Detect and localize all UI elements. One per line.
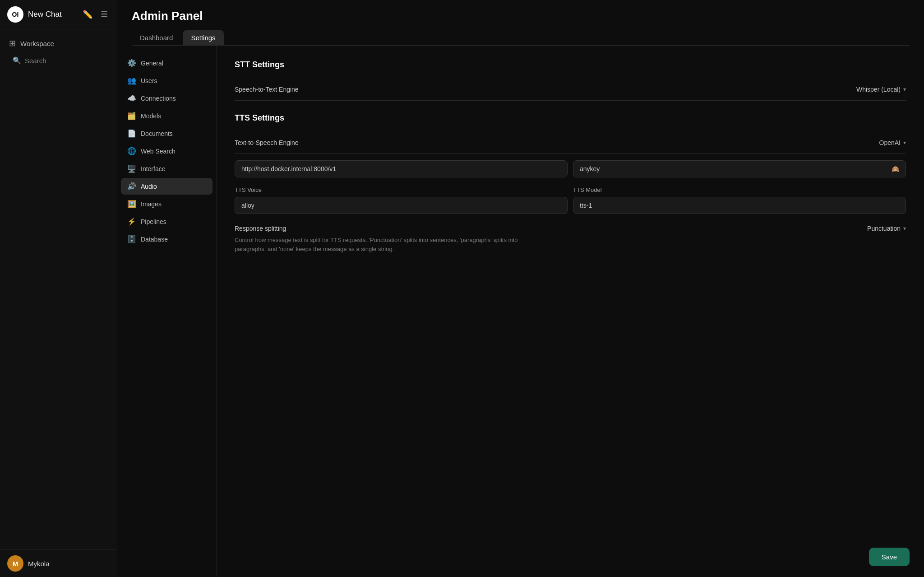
settings-nav-audio[interactable]: 🔊 Audio	[121, 178, 213, 195]
stt-engine-row: Speech-to-Text Engine Whisper (Local) ▾	[235, 79, 906, 101]
sidebar: OI New Chat ✏️ ☰ ⊞ Workspace 🔍 Search M …	[0, 0, 117, 577]
settings-nav-pipelines-label: Pipelines	[141, 218, 166, 225]
settings-nav-pipelines[interactable]: ⚡ Pipelines	[121, 213, 213, 230]
users-icon: 👥	[127, 76, 136, 85]
documents-icon: 📄	[127, 129, 136, 138]
pipelines-icon: ⚡	[127, 217, 136, 226]
sidebar-logo: OI New Chat	[7, 6, 62, 23]
tts-model-input[interactable]: tts-1	[573, 197, 906, 214]
stt-section: STT Settings Speech-to-Text Engine Whisp…	[235, 60, 906, 101]
models-icon: 🗂️	[127, 112, 136, 120]
workspace-icon: ⊞	[9, 38, 16, 48]
user-name: Mykola	[28, 560, 50, 568]
search-icon: 🔍	[13, 56, 21, 65]
settings-nav-database-label: Database	[141, 236, 168, 243]
settings-nav-models-label: Models	[141, 112, 161, 120]
tts-voice-input[interactable]: alloy	[235, 197, 568, 214]
settings-nav-general-label: General	[141, 60, 163, 67]
response-splitting-select[interactable]: Punctuation ▾	[867, 225, 906, 232]
settings-nav-images[interactable]: 🖼️ Images	[121, 195, 213, 212]
settings-nav-interface-label: Interface	[141, 165, 165, 172]
settings-nav-documents-label: Documents	[141, 130, 173, 137]
main-content: Admin Panel Dashboard Settings ⚙️ Genera…	[117, 0, 924, 577]
toggle-visibility-icon[interactable]: 🙈	[892, 165, 899, 172]
menu-icon[interactable]: ☰	[99, 8, 110, 21]
sidebar-item-search[interactable]: 🔍 Search	[7, 53, 110, 68]
tts-url-input[interactable]: http://host.docker.internal:8000/v1	[235, 160, 568, 177]
tts-engine-value: OpenAI	[879, 139, 901, 146]
tts-engine-label: Text-to-Speech Engine	[235, 139, 299, 146]
settings-nav-database[interactable]: 🗄️ Database	[121, 231, 213, 247]
response-splitting-header: Response splitting Punctuation ▾	[235, 225, 906, 232]
sidebar-item-workspace[interactable]: ⊞ Workspace	[4, 35, 113, 52]
settings-content: STT Settings Speech-to-Text Engine Whisp…	[217, 46, 924, 577]
response-splitting-label: Response splitting	[235, 225, 286, 232]
new-chat-label: New Chat	[28, 10, 62, 19]
settings-nav-users[interactable]: 👥 Users	[121, 72, 213, 89]
stt-engine-chevron-icon: ▾	[903, 86, 906, 93]
response-splitting-chevron-icon: ▾	[903, 225, 906, 232]
settings-nav-connections[interactable]: ☁️ Connections	[121, 90, 213, 107]
tts-engine-select[interactable]: OpenAI ▾	[879, 139, 906, 146]
settings-nav-documents[interactable]: 📄 Documents	[121, 125, 213, 142]
main-header: Admin Panel Dashboard Settings	[117, 0, 924, 46]
tts-section-title: TTS Settings	[235, 113, 906, 123]
sidebar-action-icons: ✏️ ☰	[81, 8, 110, 21]
response-splitting-value: Punctuation	[867, 225, 901, 232]
tts-model-label: TTS Model	[573, 186, 906, 193]
settings-nav-connections-label: Connections	[141, 95, 176, 102]
settings-nav-interface[interactable]: 🖥️ Interface	[121, 160, 213, 177]
interface-icon: 🖥️	[127, 164, 136, 173]
logo-icon: OI	[7, 6, 23, 23]
stt-engine-select[interactable]: Whisper (Local) ▾	[856, 86, 906, 93]
general-icon: ⚙️	[127, 59, 136, 67]
database-icon: 🗄️	[127, 235, 136, 243]
tts-engine-row: Text-to-Speech Engine OpenAI ▾	[235, 132, 906, 154]
stt-engine-value: Whisper (Local)	[856, 86, 901, 93]
tts-section: TTS Settings Text-to-Speech Engine OpenA…	[235, 113, 906, 253]
response-splitting-section: Response splitting Punctuation ▾ Control…	[235, 225, 906, 253]
sidebar-nav: ⊞ Workspace 🔍 Search	[0, 29, 117, 74]
tts-voice-model-row: TTS Voice alloy TTS Model tts-1	[235, 186, 906, 214]
settings-nav-users-label: Users	[141, 77, 157, 84]
tab-dashboard[interactable]: Dashboard	[132, 30, 181, 45]
tts-engine-chevron-icon: ▾	[903, 140, 906, 146]
tts-model-col: TTS Model tts-1	[573, 186, 906, 214]
stt-section-title: STT Settings	[235, 60, 906, 70]
settings-nav-web-search-label: Web Search	[141, 148, 176, 155]
settings-nav-audio-label: Audio	[141, 183, 157, 190]
settings-sidebar: ⚙️ General 👥 Users ☁️ Connections 🗂️ Mod…	[117, 46, 217, 577]
connections-icon: ☁️	[127, 94, 136, 102]
tts-voice-col: TTS Voice alloy	[235, 186, 568, 214]
settings-nav-images-label: Images	[141, 200, 162, 208]
tts-credentials-row: http://host.docker.internal:8000/v1 anyk…	[235, 160, 906, 177]
settings-nav-models[interactable]: 🗂️ Models	[121, 107, 213, 124]
web-search-icon: 🌐	[127, 147, 136, 155]
workspace-label: Workspace	[20, 40, 54, 47]
avatar: M	[7, 555, 23, 572]
sidebar-header: OI New Chat ✏️ ☰	[0, 0, 117, 29]
audio-icon: 🔊	[127, 182, 136, 191]
edit-icon[interactable]: ✏️	[81, 8, 94, 21]
tts-voice-label: TTS Voice	[235, 186, 568, 193]
settings-nav-web-search[interactable]: 🌐 Web Search	[121, 143, 213, 159]
stt-engine-label: Speech-to-Text Engine	[235, 86, 299, 93]
tts-key-input[interactable]: anykey 🙈	[573, 160, 906, 177]
settings-nav-general[interactable]: ⚙️ General	[121, 55, 213, 71]
tab-settings[interactable]: Settings	[183, 30, 223, 45]
response-splitting-description: Control how message text is split for TT…	[235, 236, 541, 253]
sidebar-footer: M Mykola	[0, 549, 117, 577]
save-button[interactable]: Save	[869, 548, 910, 566]
images-icon: 🖼️	[127, 200, 136, 208]
search-label: Search	[25, 57, 46, 65]
body-layout: ⚙️ General 👥 Users ☁️ Connections 🗂️ Mod…	[117, 46, 924, 577]
page-title: Admin Panel	[132, 9, 910, 23]
tabs: Dashboard Settings	[132, 30, 910, 46]
